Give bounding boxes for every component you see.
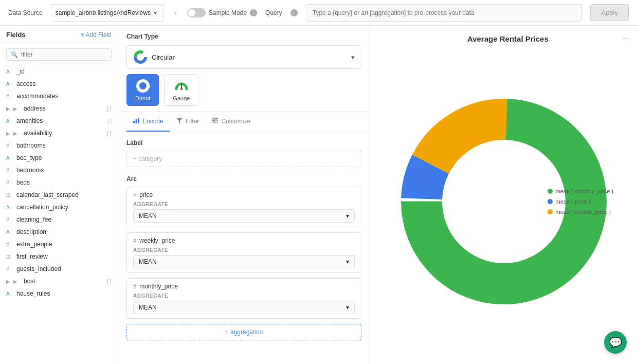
field-type-icon: A <box>6 155 13 161</box>
sample-mode-info-icon[interactable]: i <box>250 9 257 16</box>
chart-type-section: Chart Type Circular ▾ Donut <box>118 26 370 112</box>
field-badge: { } <box>107 279 112 284</box>
customize-tab-icon <box>211 117 219 125</box>
field-name-label: first_review <box>16 253 112 260</box>
weekly-price-aggregate-label: AGGREGATE <box>133 247 355 253</box>
weekly-price-field-header: # weekly_price <box>133 237 355 244</box>
chart-type-select[interactable]: Circular ▾ <box>126 45 361 69</box>
field-name-label: description <box>16 228 112 235</box>
arc-field-monthly-price: # monthly_price AGGREGATE MEAN ▾ <box>126 278 361 319</box>
field-item-bedrooms[interactable]: #bedrooms <box>0 164 118 176</box>
field-list: A_idAaccess#accommodates▶▶address{ }Aame… <box>0 65 118 364</box>
weekly-price-aggregate-select[interactable]: MEAN ▾ <box>133 255 355 268</box>
svg-point-14 <box>213 118 215 120</box>
arrow-separator-icon: › <box>172 8 179 17</box>
chat-button[interactable]: 💬 <box>604 331 627 354</box>
gauge-label: Gauge <box>173 95 190 101</box>
donut-subtype-button[interactable]: Donut <box>126 74 159 106</box>
field-item-cancellation_policy[interactable]: Acancellation_policy <box>0 201 118 213</box>
chart-more-button[interactable]: ··· <box>622 34 629 43</box>
apply-button[interactable]: Apply <box>590 4 629 21</box>
field-expand-icon: ▶ <box>6 106 10 112</box>
legend-item: mean ( weekly_price ) <box>548 209 614 215</box>
datasource-value: sample_airbnb.listingsAndReviews <box>56 9 151 16</box>
field-item-cleaning_fee[interactable]: #cleaning_fee <box>0 213 118 226</box>
sample-mode-label: Sample Mode <box>209 9 247 16</box>
field-name-label: extra_people <box>16 241 112 248</box>
field-type-icon: A <box>6 118 13 124</box>
monthly-price-aggregate-select[interactable]: MEAN ▾ <box>133 301 355 314</box>
field-item-accommodates[interactable]: #accommodates <box>0 90 118 102</box>
svg-point-6 <box>180 88 183 90</box>
field-item-beds[interactable]: #beds <box>0 176 118 189</box>
legend-dot-icon <box>548 209 553 214</box>
field-name-label: host <box>24 278 104 285</box>
field-name-label: access <box>16 80 112 87</box>
field-item-calendar_last_scraped[interactable]: ⊡calendar_last_scraped <box>0 189 118 201</box>
field-item-_id[interactable]: A_id <box>0 65 118 78</box>
add-field-button[interactable]: + Add Field <box>81 31 112 39</box>
query-info-icon[interactable]: i <box>290 9 298 16</box>
field-item-description[interactable]: Adescription <box>0 226 118 238</box>
price-hash-icon: # <box>133 192 136 198</box>
arc-field-weekly-price: # weekly_price AGGREGATE MEAN ▾ <box>126 232 361 273</box>
field-expand-icon: ▶ <box>6 131 10 136</box>
field-item-host[interactable]: ▶▶host{ } <box>0 275 118 287</box>
price-aggregate-value: MEAN <box>139 212 157 220</box>
field-item-extra_people[interactable]: #extra_people <box>0 238 118 250</box>
chart-legend: mean ( monthly_price ) mean ( price ) me… <box>548 188 614 215</box>
field-item-availability[interactable]: ▶▶availability{ } <box>0 127 118 139</box>
sample-mode-toggle[interactable] <box>187 8 206 17</box>
svg-rect-8 <box>136 119 137 123</box>
price-aggregate-select[interactable]: MEAN ▾ <box>133 209 355 223</box>
tab-encode[interactable]: Encode <box>126 112 170 132</box>
chart-title: Average Rental Prices <box>394 34 622 43</box>
tab-customize[interactable]: Customize <box>205 112 257 132</box>
price-aggregate-chevron-icon: ▾ <box>346 212 349 220</box>
weekly-price-field-name: weekly_price <box>139 237 175 244</box>
svg-rect-9 <box>138 118 139 123</box>
tab-filter[interactable]: Filter <box>170 112 206 132</box>
gauge-subtype-button[interactable]: Gauge <box>164 74 198 106</box>
sidebar: Fields + Add Field 🔍 A_idAaccess#accommo… <box>0 26 118 364</box>
donut-label: Donut <box>135 95 150 101</box>
field-expand-icon: ▶ <box>6 279 10 284</box>
customize-tab-label: Customize <box>221 118 250 125</box>
legend-item: mean ( monthly_price ) <box>548 188 614 194</box>
svg-marker-10 <box>176 118 183 123</box>
legend-label: mean ( price ) <box>556 198 591 205</box>
field-type-icon: # <box>6 143 13 149</box>
field-item-first_review[interactable]: ⊡first_review <box>0 250 118 263</box>
field-item-bed_type[interactable]: Abed_type <box>0 152 118 164</box>
label-drop-zone[interactable]: + category <box>126 151 361 167</box>
monthly-price-field-header: # monthly_price <box>133 283 355 290</box>
circular-chart-icon <box>133 50 148 64</box>
svg-point-16 <box>213 121 215 123</box>
field-type-icon: # <box>6 168 13 173</box>
field-name-label: amenities <box>16 117 104 124</box>
datasource-label: Data Source <box>8 9 43 16</box>
svg-point-5 <box>140 83 145 88</box>
field-name-label: availability <box>24 130 104 137</box>
field-type-icon: # <box>6 94 13 99</box>
datasource-select[interactable]: sample_airbnb.listingsAndReviews ▾ <box>51 4 164 22</box>
field-item-house_rules[interactable]: Ahouse_rules <box>0 287 118 300</box>
field-item-bathrooms[interactable]: #bathrooms <box>0 139 118 152</box>
encode-tab-label: Encode <box>142 118 163 125</box>
add-aggregation-button[interactable]: + aggregation <box>126 324 361 340</box>
field-type-icon: # <box>6 217 13 223</box>
chart-area: Average Rental Prices ··· <box>370 26 637 364</box>
datasource-chevron-icon: ▾ <box>154 9 159 16</box>
monthly-price-aggregate-chevron-icon: ▾ <box>346 304 349 311</box>
query-input[interactable] <box>306 4 583 22</box>
weekly-price-aggregate-value: MEAN <box>139 258 157 265</box>
search-input[interactable] <box>21 51 107 58</box>
field-item-access[interactable]: Aaccess <box>0 78 118 90</box>
arc-section-title: Arc <box>126 175 361 183</box>
monthly-price-aggregate-value: MEAN <box>139 304 157 311</box>
field-item-amenities[interactable]: Aamenities[ ] <box>0 115 118 127</box>
field-type-icon: A <box>6 81 13 87</box>
field-item-guests_included[interactable]: #guests_included <box>0 263 118 275</box>
query-label: Query <box>265 9 282 16</box>
field-item-address[interactable]: ▶▶address{ } <box>0 102 118 115</box>
